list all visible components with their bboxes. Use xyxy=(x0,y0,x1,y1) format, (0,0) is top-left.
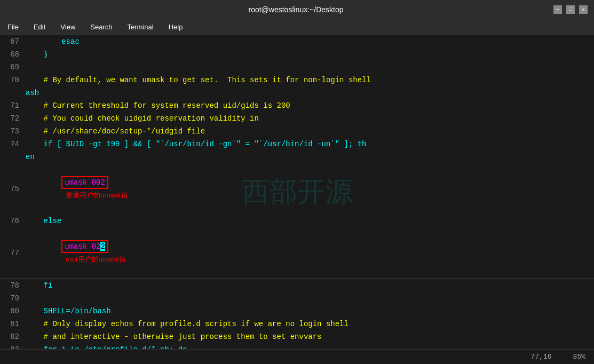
annotation-umask002: 普通用户的umask值 xyxy=(66,191,128,199)
menu-view[interactable]: View xyxy=(57,22,78,32)
code-line-81: 81 # Only display echos from profile.d s… xyxy=(0,318,594,330)
menu-bar: File Edit View Search Terminal Help xyxy=(0,19,594,35)
code-line-69: 69 xyxy=(0,61,594,74)
code-line-79: 79 xyxy=(0,292,594,305)
code-line-71: 71 # Current threshold for system reserv… xyxy=(0,99,594,112)
window-controls[interactable]: — □ ✕ xyxy=(553,5,588,14)
code-line-82: 82 # and interactive - otherwise just pr… xyxy=(0,330,594,343)
minimize-button[interactable]: — xyxy=(553,5,562,14)
code-line-68: 68 } xyxy=(0,48,594,61)
menu-file[interactable]: File xyxy=(4,22,22,32)
umask-022-highlight: umask 022 xyxy=(61,240,108,253)
menu-terminal[interactable]: Terminal xyxy=(124,22,157,32)
code-line-75: 75 umask 002 普通用户的umask值 xyxy=(0,163,594,215)
code-line-80: 80 SHELL=/bin/bash xyxy=(0,305,594,318)
window-title: root@westoslinux:~/Desktop xyxy=(38,5,553,14)
cursor-position: 77,16 xyxy=(531,353,552,361)
annotation-umask022: root用户的umask值 xyxy=(66,255,126,263)
code-line-73: 73 # /usr/share/doc/setup-*/uidgid file xyxy=(0,125,594,138)
umask-002-highlight: umask 002 xyxy=(61,176,108,189)
code-line-74: 74 if [ $UID -gt 199 ] && [ "`/usr/bin/i… xyxy=(0,138,594,151)
code-line-83: 83 for i in /etc/profile.d/*.sh; do xyxy=(0,343,594,349)
code-area: 67 esac 68 } 69 70 # By default, we want… xyxy=(0,35,594,349)
status-bar: 77,16 85% xyxy=(0,349,594,364)
zoom-level: 85% xyxy=(573,353,585,361)
code-line-70: 70 # By default, we want umask to get se… xyxy=(0,74,594,86)
maximize-button[interactable]: □ xyxy=(566,5,575,14)
code-line-78: 78 fi xyxy=(0,279,594,292)
menu-help[interactable]: Help xyxy=(165,22,186,32)
code-line-76: 76 else xyxy=(0,215,594,227)
menu-edit[interactable]: Edit xyxy=(30,22,49,32)
code-line-77: 77 umask 022 root用户的umask值 xyxy=(0,227,594,279)
code-line-67: 67 esac xyxy=(0,35,594,48)
code-line-70-cont: ash xyxy=(0,86,594,99)
close-button[interactable]: ✕ xyxy=(579,5,588,14)
code-line-74-cont: en xyxy=(0,151,594,163)
title-bar: root@westoslinux:~/Desktop — □ ✕ xyxy=(0,0,594,19)
code-line-72: 72 # You could check uidgid reservation … xyxy=(0,112,594,125)
menu-search[interactable]: Search xyxy=(87,22,115,32)
terminal-area[interactable]: 西部开源 67 esac 68 } 69 70 # By default, we… xyxy=(0,35,594,349)
